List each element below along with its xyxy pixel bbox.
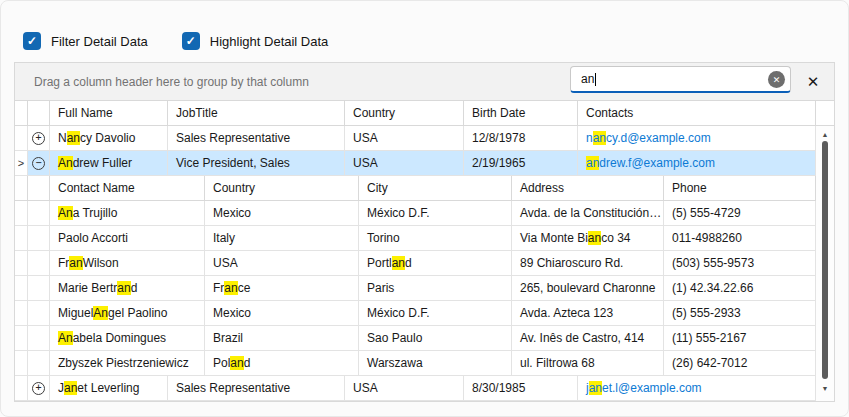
close-search-panel-icon[interactable]: ✕ [803,72,823,92]
master-column-header-birth-date[interactable]: Birth Date [464,101,578,126]
group-by-panel[interactable]: Drag a column header here to group by th… [15,63,834,101]
search-match-highlight: an [64,381,77,395]
filter-detail-data-checkbox-group: ✓ Filter Detail Data [23,32,148,50]
email-link-cell[interactable]: andrew.f@example.com [578,151,816,176]
filter-detail-data-checkbox[interactable]: ✓ [23,32,41,50]
detail-gutter-cell [28,276,50,301]
detail-column-header-address[interactable]: Address [512,176,664,201]
detail-cell: Brazil [205,326,359,351]
detail-cell: Fran Wilson [50,251,205,276]
master-cell: Andrew Fuller [50,151,168,176]
search-input-value: an [581,72,594,86]
detail-gutter-cell [15,226,28,251]
detail-cell: Avda. Azteca 123 [512,301,664,326]
detail-cell: México D.F. [359,301,512,326]
data-grid: Drag a column header here to group by th… [14,62,835,402]
detail-gutter-cell [28,326,50,351]
master-column-header-jobtitle[interactable]: JobTitle [168,101,345,126]
detail-cell: 89 Chiaroscuro Rd. [512,251,664,276]
scroll-down-icon[interactable]: ▼ [816,383,834,393]
detail-row-5[interactable]: Anabela DominguesBrazilSao PauloAv. Inês… [15,326,816,351]
detail-cell: Mexico [205,301,359,326]
master-column-header-full-name[interactable]: Full Name [50,101,168,126]
detail-row-1[interactable]: Paolo AccortiItalyTorinoVia Monte Bianco… [15,226,816,251]
detail-cell: Via Monte Bianco 34 [512,226,664,251]
master-row-0[interactable]: +Nancy DavolioSales RepresentativeUSA12/… [15,126,816,151]
detail-cell: Miguel Angel Paolino [50,301,205,326]
vertical-scrollbar[interactable]: ▲ ▼ [816,101,834,401]
search-match-highlight: an [224,281,237,295]
group-by-hint-text: Drag a column header here to group by th… [34,75,309,89]
scrollbar-header-cell [816,101,834,126]
detail-gutter-cell [15,326,28,351]
master-column-header-contacts[interactable]: Contacts [578,101,816,126]
detail-cell: Torino [359,226,512,251]
collapse-row-icon[interactable]: − [32,157,45,170]
expand-cell: + [28,126,50,151]
master-cell: Sales Representative [168,126,345,151]
detail-cell: Ana Trujillo [50,201,205,226]
detail-row-6[interactable]: Zbyszek PiestrzeniewiczPolandWarszawaul.… [15,351,816,376]
email-link-cell[interactable]: janet.l@example.com [578,376,816,401]
search-input[interactable]: an ✕ [570,66,791,93]
window: ✓ Filter Detail Data ✓ Highlight Detail … [0,0,849,417]
detail-cell: Sao Paulo [359,326,512,351]
search-match-highlight: an [117,281,130,295]
detail-cell: Marie Bertrand [50,276,205,301]
detail-gutter-header [28,176,50,201]
master-cell: Vice President, Sales [168,151,345,176]
filter-detail-data-label: Filter Detail Data [51,34,148,49]
detail-header-row: Contact NameCountryCityAddressPhone [15,176,816,201]
detail-cell: (1) 42.34.22.66 [664,276,816,301]
detail-cell: Av. Inês de Castro, 414 [512,326,664,351]
detail-column-header-contact-name[interactable]: Contact Name [50,176,205,201]
grid-body: Full NameJobTitleCountryBirth DateContac… [15,101,834,401]
highlight-detail-data-checkbox[interactable]: ✓ [182,32,200,50]
detail-column-header-country[interactable]: Country [205,176,359,201]
detail-gutter-cell [28,226,50,251]
email-link-cell[interactable]: nancy.d@example.com [578,126,816,151]
master-column-header-country[interactable]: Country [345,101,464,126]
expand-cell: − [28,151,50,176]
detail-gutter-cell [15,351,28,376]
detail-cell: ul. Filtrowa 68 [512,351,664,376]
focused-row-indicator-icon: > [18,157,24,169]
expand-row-icon[interactable]: + [32,132,45,145]
detail-row-3[interactable]: Marie BertrandFranceParis265, boulevard … [15,276,816,301]
master-cell: 12/8/1978 [464,126,578,151]
search-match-highlight: An [58,156,73,170]
master-row-2[interactable]: +Janet LeverlingSales RepresentativeUSA8… [15,376,816,401]
detail-row-4[interactable]: Miguel Angel PaolinoMexicoMéxico D.F.Avd… [15,301,816,326]
master-cell: Sales Representative [168,376,345,401]
scrollbar-thumb[interactable] [822,141,828,379]
text-caret [595,73,596,86]
search-match-highlight: An [58,331,73,345]
expand-cell: + [28,376,50,401]
detail-gutter-cell [15,251,28,276]
master-expand-column-header [28,101,50,126]
scroll-up-icon[interactable]: ▲ [816,129,834,139]
detail-column-header-city[interactable]: City [359,176,512,201]
master-cell: USA [345,126,464,151]
master-header-row: Full NameJobTitleCountryBirth DateContac… [15,101,816,126]
detail-column-header-phone[interactable]: Phone [664,176,816,201]
detail-row-0[interactable]: Ana TrujilloMexicoMéxico D.F.Avda. de la… [15,201,816,226]
clear-search-icon[interactable]: ✕ [768,71,785,88]
detail-cell: Anabela Domingues [50,326,205,351]
search-match-highlight: an [392,256,405,270]
detail-cell: USA [205,251,359,276]
detail-cell: 011-4988260 [664,226,816,251]
detail-row-2[interactable]: Fran WilsonUSAPortland89 Chiaroscuro Rd.… [15,251,816,276]
master-cell: Nancy Davolio [50,126,168,151]
master-cell: USA [345,376,464,401]
detail-gutter-cell [28,351,50,376]
master-row-1[interactable]: >−Andrew FullerVice President, SalesUSA2… [15,151,816,176]
detail-cell: Italy [205,226,359,251]
detail-cell: Mexico [205,201,359,226]
master-indicator-column-header [15,101,28,126]
search-match-highlight: an [588,231,601,245]
rows-area: Full NameJobTitleCountryBirth DateContac… [15,101,816,401]
detail-cell: Avda. de la Constitución… [512,201,664,226]
expand-row-icon[interactable]: + [32,382,45,395]
search-match-highlight: An [93,306,108,320]
